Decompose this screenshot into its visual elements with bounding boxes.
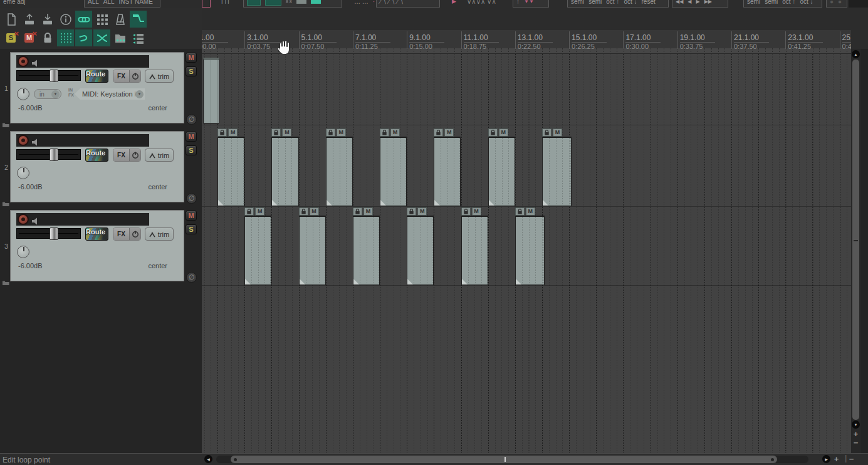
track-panel[interactable]: RouteFXtrim-6.00dBcenter xyxy=(10,210,184,281)
media-item[interactable]: M xyxy=(488,128,515,206)
mute-button[interactable]: M xyxy=(186,132,197,142)
midi-tool-icon[interactable] xyxy=(247,0,261,6)
folder-tab-icon[interactable] xyxy=(3,276,9,288)
track-panel[interactable]: RouteFXtrimin▼INFXMIDI: Keystation l▼-6.… xyxy=(10,52,184,123)
speaker-icon[interactable] xyxy=(32,58,38,70)
pan-knob[interactable] xyxy=(17,167,29,179)
media-item-body[interactable] xyxy=(380,137,407,206)
pan-knob[interactable] xyxy=(17,88,29,100)
fx-power-icon[interactable] xyxy=(129,70,140,82)
media-item-body[interactable] xyxy=(244,216,271,285)
route-button[interactable]: Route xyxy=(85,70,108,83)
pink-tool-button[interactable] xyxy=(202,0,211,8)
mute-button[interactable]: M xyxy=(186,211,197,221)
dots-button[interactable]: … …· xyxy=(351,0,370,8)
thumb-resize-handle[interactable] xyxy=(771,458,774,461)
record-input-select[interactable]: in▼ xyxy=(34,89,61,99)
media-item-body[interactable] xyxy=(488,137,515,206)
unmute-all-icon[interactable]: M× xyxy=(21,29,38,46)
media-item[interactable]: M xyxy=(217,128,244,206)
vertical-scrollbar[interactable]: ▲ ▼ + − xyxy=(851,49,861,453)
teal-bar-icon[interactable] xyxy=(311,0,321,4)
item-lock-button[interactable] xyxy=(407,207,416,216)
media-item-body[interactable] xyxy=(515,216,545,285)
record-arm-button[interactable] xyxy=(18,135,29,146)
item-mute-button[interactable]: M xyxy=(553,128,562,137)
zoom-in-vertical-button[interactable]: + xyxy=(852,430,860,438)
midi-input-select[interactable]: MIDI: Keystation l▼ xyxy=(75,88,145,100)
zoom-in-horizontal-button[interactable]: + xyxy=(832,455,840,463)
scroll-left-button[interactable]: ◀ xyxy=(204,455,212,463)
chevron-down-icon[interactable]: ▼ xyxy=(135,90,144,98)
pitch-button[interactable]: oct ↓ xyxy=(624,0,637,5)
record-arm-button[interactable] xyxy=(18,56,29,67)
item-lock-button[interactable] xyxy=(515,207,525,216)
pan-knob[interactable] xyxy=(17,246,29,258)
metronome-icon[interactable] xyxy=(112,11,128,28)
chevron-down-icon[interactable]: ▼ xyxy=(51,90,60,98)
item-lock-button[interactable] xyxy=(326,128,335,137)
vertical-scroll-thumb[interactable] xyxy=(852,60,859,420)
item-group-icon[interactable] xyxy=(112,29,128,46)
pitch-button[interactable]: oct ↑ xyxy=(782,0,795,5)
solo-button[interactable]: S xyxy=(186,66,197,76)
media-item[interactable]: M xyxy=(407,207,434,285)
snap-grid-icon[interactable] xyxy=(57,29,74,46)
scroll-down-button[interactable]: ▼ xyxy=(852,421,860,429)
trim-envelope-button[interactable]: trim xyxy=(145,149,174,162)
media-item[interactable]: M xyxy=(353,207,380,285)
media-item[interactable]: M xyxy=(542,128,572,206)
crossfade-icon[interactable] xyxy=(93,29,110,46)
media-item-body[interactable] xyxy=(299,216,326,285)
media-item-body[interactable] xyxy=(326,137,353,206)
solo-button[interactable]: S xyxy=(186,224,197,234)
item-lock-button[interactable] xyxy=(380,128,389,137)
new-project-icon[interactable] xyxy=(3,11,19,28)
filter-button[interactable]: ALL xyxy=(88,0,99,5)
nav-arrow-button[interactable]: ◀ xyxy=(688,0,691,4)
arrow-tools-group[interactable]: ↑▼▼ xyxy=(513,0,549,8)
media-item[interactable]: M xyxy=(244,207,271,285)
zigzag-icons[interactable]: ∨∧∨∧ ∨∧ xyxy=(464,0,499,8)
item-mute-button[interactable]: M xyxy=(282,128,291,137)
media-item[interactable]: M xyxy=(271,128,298,206)
media-item-body[interactable] xyxy=(434,137,461,206)
small-glyph-icon[interactable]: ΓΠ xyxy=(218,0,233,8)
media-item[interactable]: M xyxy=(434,128,461,206)
fx-button[interactable]: FX xyxy=(113,70,141,83)
dark-tool-icons[interactable]: ●● xyxy=(826,0,847,8)
speaker-icon[interactable] xyxy=(32,137,38,149)
fx-button[interactable]: FX xyxy=(113,227,141,241)
item-lock-button[interactable] xyxy=(217,128,227,137)
media-item[interactable]: M xyxy=(515,207,545,285)
envelope-icon[interactable] xyxy=(130,11,147,28)
item-mute-button[interactable]: M xyxy=(390,128,400,137)
filter-button-group[interactable]: ALLALLINST NAME xyxy=(84,0,160,8)
media-item-body[interactable] xyxy=(542,137,572,206)
item-lock-button[interactable] xyxy=(461,207,471,216)
item-lock-button[interactable] xyxy=(488,128,498,137)
fx-power-icon[interactable] xyxy=(129,228,140,240)
item-mute-button[interactable]: M xyxy=(337,128,346,137)
nav-arrow-button[interactable]: ▶ xyxy=(696,0,699,4)
pitch-button[interactable]: semi xyxy=(747,0,760,5)
fx-power-icon[interactable] xyxy=(129,149,140,161)
slash-tools-group[interactable]: ∕ ∖ ∕ ∖ ∕ ∖ xyxy=(376,0,440,8)
pink-play-icon[interactable]: ▶ xyxy=(449,0,459,8)
volume-slider[interactable] xyxy=(16,149,81,160)
nav-arrow-button[interactable]: ◀◀ xyxy=(676,0,683,4)
save-media-icon[interactable] xyxy=(39,11,56,28)
item-mute-button[interactable]: M xyxy=(363,207,373,216)
filter-button[interactable]: ALL xyxy=(103,0,115,5)
media-item-body[interactable] xyxy=(461,216,488,285)
routing-matrix-icon[interactable] xyxy=(93,11,110,28)
zoom-out-horizontal-button[interactable]: − xyxy=(847,455,855,463)
trim-envelope-button[interactable]: trim xyxy=(145,227,174,241)
item-lock-button[interactable] xyxy=(353,207,362,216)
ripple-edit-icon[interactable] xyxy=(130,29,147,46)
folder-tab-icon[interactable] xyxy=(3,118,9,130)
midi-tool-icon[interactable] xyxy=(265,0,281,6)
route-button[interactable]: Route xyxy=(85,149,108,162)
volume-slider[interactable] xyxy=(16,228,81,239)
mute-button[interactable]: M xyxy=(186,53,197,63)
